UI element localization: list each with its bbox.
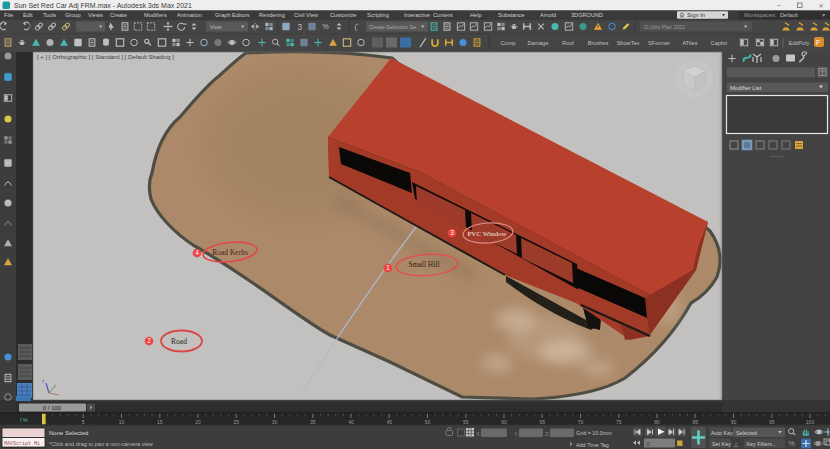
- svg-text:[ + ] [ Orthographic ] [ Stand: [ + ] [ Orthographic ] [ Standard ] [ De…: [37, 54, 174, 60]
- svg-text:Auto Key: Auto Key: [711, 430, 733, 436]
- svg-text:EditPoly: EditPoly: [789, 40, 810, 46]
- svg-text:55: 55: [463, 419, 469, 425]
- svg-text:Comp: Comp: [501, 40, 516, 46]
- svg-text:View: View: [210, 24, 222, 30]
- svg-text:2: 2: [147, 337, 151, 344]
- svg-text:ShowTex: ShowTex: [617, 40, 640, 46]
- svg-text:Edit: Edit: [23, 12, 33, 18]
- svg-text:%: %: [322, 22, 329, 31]
- svg-text:Group: Group: [65, 12, 81, 18]
- svg-text:Grid = 10.0mm: Grid = 10.0mm: [576, 430, 612, 436]
- svg-text:PVC Window: PVC Window: [467, 230, 507, 238]
- svg-text:Z:: Z:: [545, 431, 550, 437]
- svg-text:85: 85: [692, 419, 698, 425]
- svg-text:Road Kerbs: Road Kerbs: [212, 248, 248, 257]
- svg-text:Sign In: Sign In: [687, 12, 705, 18]
- svg-text:Small Hill: Small Hill: [408, 260, 439, 269]
- svg-text:Add Time Tag: Add Time Tag: [576, 442, 609, 448]
- svg-text:None Selected: None Selected: [49, 430, 88, 436]
- svg-text:45: 45: [386, 419, 392, 425]
- svg-text:Animation: Animation: [177, 12, 202, 18]
- svg-text:ATiles: ATiles: [683, 40, 698, 46]
- svg-text:Default: Default: [780, 12, 798, 18]
- svg-text:50: 50: [425, 419, 431, 425]
- svg-text:80: 80: [654, 419, 660, 425]
- svg-text:40: 40: [348, 419, 354, 425]
- svg-text:I %: I %: [20, 417, 28, 423]
- svg-text:–: –: [777, 1, 781, 8]
- svg-text:Create Selection Se: Create Selection Se: [369, 24, 416, 30]
- svg-text:Selected: Selected: [736, 430, 757, 436]
- svg-text:File: File: [4, 12, 13, 18]
- svg-text:Sun Set Red Car Adj FRM.max -: Sun Set Red Car Adj FRM.max - Autodesk 3…: [14, 2, 192, 10]
- svg-text:Road: Road: [171, 337, 187, 346]
- svg-text:0 / 100: 0 / 100: [43, 405, 62, 411]
- svg-text:15: 15: [157, 419, 163, 425]
- svg-text:75: 75: [616, 419, 622, 425]
- svg-text:(ʹ: (ʹ: [355, 22, 359, 31]
- svg-text:Interactive: Interactive: [404, 12, 430, 18]
- svg-text:G.Ubls Plan 2021: G.Ubls Plan 2021: [644, 24, 686, 30]
- svg-text:Key Filters...: Key Filters...: [747, 441, 777, 447]
- svg-text:Workspaces:: Workspaces:: [744, 12, 777, 18]
- svg-text:Views: Views: [88, 12, 103, 18]
- svg-text:Arnold: Arnold: [540, 12, 556, 18]
- svg-text:5: 5: [82, 419, 85, 425]
- svg-text:95: 95: [769, 419, 775, 425]
- svg-text:Content: Content: [433, 12, 453, 18]
- svg-text:%: %: [788, 439, 795, 448]
- svg-text:Help: Help: [470, 12, 482, 18]
- svg-text:Substance: Substance: [498, 12, 524, 18]
- svg-text:Rendering: Rendering: [259, 12, 285, 18]
- svg-text:Civil View: Civil View: [294, 12, 319, 18]
- svg-text:✕: ✕: [819, 3, 824, 9]
- svg-text:1: 1: [386, 264, 390, 271]
- svg-text:SFormer: SFormer: [648, 40, 670, 46]
- svg-text:0: 0: [647, 441, 650, 447]
- svg-text:3: 3: [450, 229, 454, 236]
- svg-text:Brushes: Brushes: [588, 40, 609, 46]
- svg-text:Y:: Y:: [514, 431, 519, 437]
- svg-text:60: 60: [501, 419, 507, 425]
- svg-text:Set Key: Set Key: [712, 441, 731, 447]
- svg-text:100: 100: [806, 419, 815, 425]
- svg-text:Scripting: Scripting: [367, 12, 389, 18]
- svg-text:90: 90: [731, 419, 737, 425]
- svg-text:30: 30: [272, 419, 278, 425]
- svg-text:25: 25: [233, 419, 239, 425]
- svg-text:10: 10: [119, 419, 125, 425]
- svg-text:Graph Editors: Graph Editors: [215, 12, 250, 18]
- svg-text:Modifiers: Modifiers: [144, 12, 167, 18]
- svg-text:65: 65: [539, 419, 545, 425]
- svg-text:X:: X:: [476, 431, 481, 437]
- svg-text:*Click and drag to pan a non-c: *Click and drag to pan a non-camera view: [49, 441, 154, 447]
- svg-text:3: 3: [298, 23, 303, 32]
- svg-text:F: F: [816, 39, 820, 46]
- svg-text:Customize: Customize: [330, 12, 356, 18]
- svg-text:4: 4: [195, 249, 199, 256]
- svg-text:Capfor: Capfor: [711, 40, 728, 46]
- svg-text:Tools: Tools: [43, 12, 56, 18]
- svg-text:MAXScript Mi: MAXScript Mi: [4, 441, 40, 447]
- svg-text:70: 70: [578, 419, 584, 425]
- svg-text:3DGROUND: 3DGROUND: [571, 12, 603, 18]
- svg-text:20: 20: [195, 419, 201, 425]
- svg-text:35: 35: [310, 419, 316, 425]
- svg-text:△: △: [734, 441, 740, 447]
- svg-text:Damage: Damage: [527, 40, 548, 46]
- svg-text:Modifier List: Modifier List: [730, 85, 762, 91]
- svg-text:Roof: Roof: [562, 40, 574, 46]
- svg-text:Create: Create: [110, 12, 127, 18]
